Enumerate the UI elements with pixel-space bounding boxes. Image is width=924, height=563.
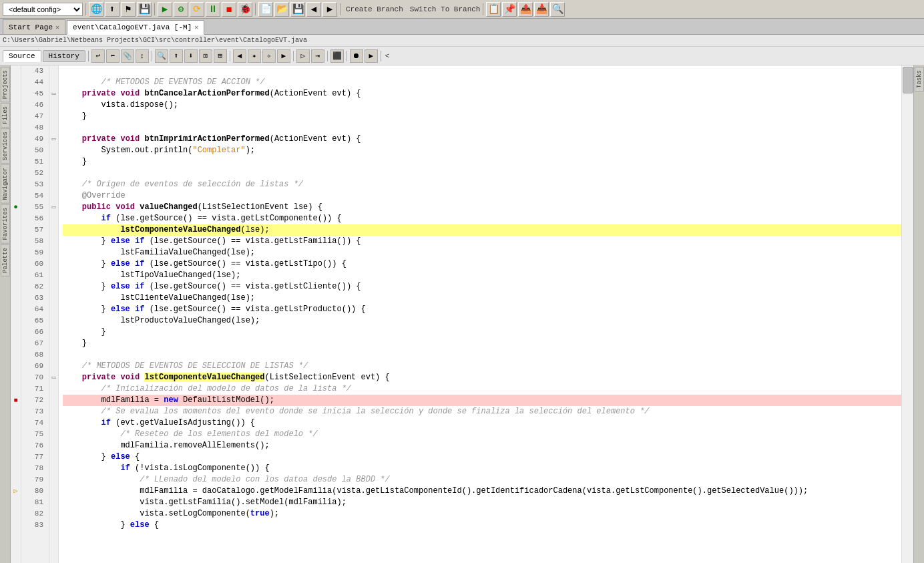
- code-line-43: [63, 65, 901, 77]
- src-btn-to-prev[interactable]: ◀: [233, 49, 246, 63]
- code-line-83: } else {: [63, 520, 901, 531]
- src-btn-stop2[interactable]: ⬛: [330, 49, 344, 63]
- code-line-54: @Override: [63, 190, 901, 202]
- src-btn-refresh[interactable]: ↩: [91, 49, 105, 63]
- source-tab-source[interactable]: Source: [3, 50, 41, 62]
- linenum-52: 52: [21, 168, 46, 179]
- linenum-50: 50: [21, 145, 46, 156]
- fold-67: [49, 338, 58, 349]
- fold-73: [49, 406, 58, 417]
- src-btn-step[interactable]: ⇥: [311, 49, 324, 63]
- fold-77: [49, 451, 58, 463]
- toolbar-sep-3: [255, 3, 256, 15]
- vtab-tasks[interactable]: Tasks: [915, 67, 924, 91]
- toolbar-btn-new[interactable]: 📄: [258, 2, 273, 17]
- vtab-palette[interactable]: Palette: [1, 244, 10, 276]
- vtab-projects[interactable]: Projects: [1, 67, 10, 102]
- toolbar-btn-vcs2[interactable]: 📌: [502, 2, 517, 17]
- toolbar-btn-vcs4[interactable]: 📥: [534, 2, 549, 17]
- src-btn-next[interactable]: ⬇: [184, 49, 198, 63]
- src-sep-1: [88, 51, 89, 61]
- code-line-63: lstClienteValueChanged(lse);: [63, 293, 901, 304]
- toolbar-btn-globe[interactable]: 🌐: [89, 2, 103, 17]
- linenum-54: 54: [21, 190, 46, 202]
- src-btn-del-bp[interactable]: ✧: [262, 49, 276, 63]
- fold-45[interactable]: ▭: [49, 88, 58, 100]
- src-btn-record[interactable]: ⏺: [350, 49, 363, 63]
- switch-branch-label: Switch To Branch: [410, 5, 481, 13]
- tab-catalogo-evt[interactable]: event\CatalogoEVT.java [-M] ✕: [67, 20, 204, 35]
- linenum-63: 63: [21, 293, 46, 304]
- src-btn-play[interactable]: ▶: [365, 49, 378, 63]
- toolbar-btn-save[interactable]: 💾: [137, 2, 152, 17]
- linenum-43: 43: [21, 65, 46, 77]
- annot-61: [11, 270, 21, 281]
- toolbar-btn-up[interactable]: ⬆: [105, 2, 120, 17]
- src-btn-find-word[interactable]: ⊞: [214, 49, 227, 63]
- src-btn-toggle[interactable]: ↕: [136, 49, 149, 63]
- tab-catalogo-evt-close[interactable]: ✕: [194, 23, 198, 31]
- vtab-navigator[interactable]: Navigator: [1, 164, 10, 204]
- toolbar-btn-vcs5[interactable]: 🔍: [550, 2, 565, 17]
- annot-59: [11, 247, 21, 258]
- linenum-77: 77: [21, 451, 46, 463]
- src-btn-bookmarks[interactable]: 📎: [121, 49, 134, 63]
- src-btn-undo[interactable]: ⬅: [106, 49, 120, 63]
- vtab-services[interactable]: Services: [1, 128, 10, 164]
- linenum-70: 70: [21, 372, 46, 383]
- fold-49[interactable]: ▭: [49, 134, 58, 145]
- linenum-82: 82: [21, 508, 46, 520]
- code-line-72: mdlFamilia = new DefaultListModel();: [63, 395, 901, 406]
- toolbar-btn-fwd[interactable]: ▶: [322, 2, 337, 17]
- annot-53: [11, 179, 21, 190]
- linenum-62: 62: [21, 281, 46, 293]
- src-btn-next-bp[interactable]: ▶: [277, 49, 290, 63]
- toolbar-btn-clean[interactable]: ⟳: [190, 2, 204, 17]
- scroll-thumb[interactable]: [903, 67, 913, 93]
- vtab-files[interactable]: Files: [1, 103, 10, 128]
- src-btn-find-sel[interactable]: ⊡: [199, 49, 212, 63]
- fold-62: [49, 281, 58, 293]
- fold-74: [49, 417, 58, 429]
- toolbar-btn-save2[interactable]: 💾: [290, 2, 305, 17]
- tab-start-page-close[interactable]: ✕: [55, 23, 59, 31]
- code-line-67: }: [63, 338, 901, 349]
- fold-gutter: ▭ ▭ ▭ ▭: [49, 65, 59, 563]
- toolbar-btn-build[interactable]: ⚙: [174, 2, 188, 17]
- tab-start-page[interactable]: Start Page ✕: [3, 19, 65, 34]
- toolbar-btn-vcs1[interactable]: 📋: [486, 2, 501, 17]
- src-btn-add-bp[interactable]: ✦: [248, 49, 261, 63]
- toolbar-btn-run[interactable]: ▶: [158, 2, 172, 17]
- fold-43: [49, 65, 58, 77]
- vtab-favorites[interactable]: Favorites: [1, 204, 10, 244]
- code-line-55: public void valueChanged(ListSelectionEv…: [63, 202, 901, 213]
- code-line-60: } else if (lse.getSource() == vista.getL…: [63, 258, 901, 270]
- config-dropdown[interactable]: <default config><default config>: [3, 3, 83, 16]
- code-lines[interactable]: /* METODOS DE EVENTOS DE ACCION */ priva…: [59, 65, 901, 563]
- breadcrumb-text: C:\Users\Gabriel\Netbeans Projects\GCI\s…: [3, 37, 307, 44]
- linenum-44: 44: [21, 77, 46, 88]
- src-sep-2: [152, 51, 152, 61]
- linenum-66: 66: [21, 327, 46, 338]
- src-btn-run2[interactable]: ▷: [296, 49, 310, 63]
- line-number-gutter: 43 44 45 46 47 48 49 50 51 52 53 54 55 5…: [21, 65, 49, 563]
- src-btn-prev[interactable]: ⬆: [170, 49, 183, 63]
- linenum-78: 78: [21, 463, 46, 474]
- source-tab-history[interactable]: History: [43, 50, 85, 62]
- code-line-52: [63, 168, 901, 179]
- annot-66: [11, 327, 21, 338]
- annot-81: [11, 497, 21, 508]
- toolbar-btn-stop[interactable]: ◼: [222, 2, 236, 17]
- toolbar-btn-flag[interactable]: ⚑: [121, 2, 136, 17]
- src-btn-search[interactable]: 🔍: [155, 49, 168, 63]
- toolbar-btn-back[interactable]: ◀: [306, 2, 321, 17]
- annot-43: [11, 65, 21, 77]
- fold-55[interactable]: ▭: [49, 202, 58, 213]
- toolbar-btn-debug[interactable]: 🐞: [238, 2, 252, 17]
- linenum-76: 76: [21, 440, 46, 451]
- fold-70[interactable]: ▭: [49, 372, 58, 383]
- toolbar-btn-open[interactable]: 📂: [274, 2, 289, 17]
- toolbar-btn-vcs3[interactable]: 📤: [518, 2, 533, 17]
- linenum-71: 71: [21, 383, 46, 395]
- toolbar-btn-pause[interactable]: ⏸: [206, 2, 220, 17]
